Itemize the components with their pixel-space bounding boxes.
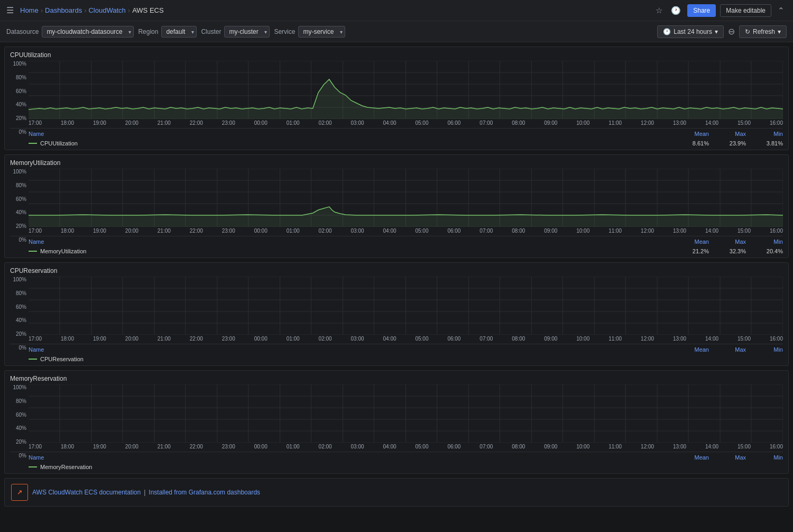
datasource-select[interactable]: my-cloudwatch-datasource: [42, 26, 134, 38]
cpu-utilization-panel: CPUUtilization 100% 80% 60% 40% 20% 0%: [4, 47, 789, 150]
memory-legend-mean-header: Mean: [683, 239, 709, 245]
memory-reservation-chart: 100% 80% 60% 40% 20% 0%: [10, 384, 783, 471]
cpu-res-legend-stats: Mean Max Min: [683, 346, 783, 353]
cpu-metric-name: CPUUtilization: [40, 140, 683, 146]
make-editable-button[interactable]: Make editable: [720, 4, 771, 17]
mem-res-legend-name-header: Name: [29, 454, 683, 461]
cluster-select-wrap: my-cluster: [224, 26, 270, 38]
cpu-metric-mean: 8.61%: [683, 140, 709, 146]
breadcrumb-cloudwatch[interactable]: CloudWatch: [88, 6, 125, 14]
cpu-legend-mean-header: Mean: [683, 131, 709, 137]
breadcrumb-sep-2: ›: [84, 6, 86, 14]
refresh-label: Refresh: [753, 28, 775, 35]
mem-res-legend-stats: Mean Max Min: [683, 454, 783, 461]
cluster-label: Cluster: [201, 28, 221, 35]
main-content: CPUUtilization 100% 80% 60% 40% 20% 0%: [0, 42, 793, 511]
region-filter: Region default: [138, 26, 197, 38]
graph-icon: ↗: [17, 489, 22, 496]
cpu-res-legend-row: CPUReservation: [10, 355, 783, 363]
memory-metric-mean: 21.2%: [683, 248, 709, 254]
cpu-reservation-panel: CPUReservation 100% 80% 60% 40% 20% 0%: [4, 262, 789, 366]
cluster-select[interactable]: my-cluster: [224, 26, 270, 38]
memory-chart-area: [29, 169, 783, 227]
cpu-legend-header: Name Mean Max Min: [10, 128, 783, 139]
doc-link-1[interactable]: AWS CloudWatch ECS documentation: [32, 489, 141, 496]
region-select-wrap: default: [161, 26, 197, 38]
cpu-res-legend-min-header: Min: [757, 346, 783, 353]
cluster-filter: Cluster my-cluster: [201, 26, 270, 38]
filter-bar-right: 🕐 Last 24 hours ▾ ⊖ ↻ Refresh ▾: [657, 25, 787, 38]
memory-reservation-body: 100% 80% 60% 40% 20% 0%: [5, 384, 788, 473]
cpu-res-y-labels: 100% 80% 60% 40% 20% 0%: [10, 277, 29, 351]
cpu-y-labels: 100% 80% 60% 40% 20% 0%: [10, 61, 29, 135]
region-label: Region: [138, 28, 158, 35]
datasource-select-wrap: my-cloudwatch-datasource: [42, 26, 134, 38]
cpu-series-color: [29, 143, 37, 144]
cpu-res-legend-header: Name Mean Max Min: [10, 344, 783, 355]
service-filter: Service my-service: [274, 26, 345, 38]
memory-metric-max: 32.3%: [720, 248, 746, 254]
memory-utilization-title: MemoryUtilization: [5, 155, 788, 169]
mem-res-y-labels: 100% 80% 60% 40% 20% 0%: [10, 384, 29, 458]
cpu-res-series-color: [29, 359, 37, 360]
memory-x-labels: 17:00 18:00 19:00 20:00 21:00 22:00 23:0…: [29, 227, 783, 235]
zoom-out-icon[interactable]: ⊖: [728, 26, 735, 36]
memory-reservation-panel: MemoryReservation 100% 80% 60% 40% 20% 0…: [4, 370, 789, 474]
breadcrumb-home[interactable]: Home: [20, 6, 39, 14]
mem-res-legend-min-header: Min: [757, 454, 783, 461]
region-select[interactable]: default: [161, 26, 197, 38]
cpu-legend-row: CPUUtilization 8.61% 23.9% 3.81%: [10, 139, 783, 148]
mem-res-series-color: [29, 466, 37, 467]
documentation-panel: ↗ AWS CloudWatch ECS documentation | Ins…: [4, 478, 789, 507]
breadcrumb: Home › Dashboards › CloudWatch › AWS ECS: [20, 6, 164, 14]
memory-y-labels: 100% 80% 60% 40% 20% 0%: [10, 169, 29, 243]
breadcrumb-sep-1: ›: [41, 6, 43, 14]
refresh-button[interactable]: ↻ Refresh ▾: [739, 25, 787, 38]
cpu-utilization-title: CPUUtilization: [5, 47, 788, 61]
history-icon[interactable]: 🕐: [669, 4, 683, 17]
doc-sep: |: [144, 489, 145, 496]
memory-legend-values: 21.2% 32.3% 20.4%: [683, 248, 783, 254]
breadcrumb-sep-3: ›: [128, 6, 130, 14]
breadcrumb-current: AWS ECS: [132, 6, 163, 14]
memory-utilization-body: 100% 80% 60% 40% 20% 0%: [5, 169, 788, 258]
memory-legend-max-header: Max: [720, 239, 746, 245]
share-button[interactable]: Share: [687, 4, 716, 17]
mem-res-chart-area: [29, 384, 783, 443]
service-select[interactable]: my-service: [298, 26, 345, 38]
mem-res-legend-mean-header: Mean: [683, 454, 709, 461]
mem-res-legend-max-header: Max: [720, 454, 746, 461]
cpu-metric-max: 23.9%: [720, 140, 746, 146]
time-range-label: Last 24 hours: [674, 28, 712, 35]
cpu-reservation-body: 100% 80% 60% 40% 20% 0%: [5, 277, 788, 365]
cpu-x-labels: 17:00 18:00 19:00 20:00 21:00 22:00 23:0…: [29, 119, 783, 127]
memory-legend-header: Name Mean Max Min: [10, 236, 783, 247]
memory-utilization-chart: 100% 80% 60% 40% 20% 0%: [10, 169, 783, 255]
chevron-down-icon: ▾: [715, 28, 718, 35]
doc-link-2[interactable]: Installed from Grafana.com dashboards: [149, 489, 260, 496]
time-range-button[interactable]: 🕐 Last 24 hours ▾: [657, 25, 724, 38]
memory-legend-min-header: Min: [757, 239, 783, 245]
star-icon[interactable]: ☆: [653, 4, 665, 17]
cpu-metric-min: 3.81%: [757, 140, 783, 146]
breadcrumb-dashboards[interactable]: Dashboards: [45, 6, 82, 14]
cpu-utilization-body: 100% 80% 60% 40% 20% 0%: [5, 61, 788, 150]
service-label: Service: [274, 28, 295, 35]
mem-res-chart-svg: [29, 384, 783, 443]
memory-legend-row: MemoryUtilization 21.2% 32.3% 20.4%: [10, 247, 783, 255]
filter-bar: Datasource my-cloudwatch-datasource Regi…: [0, 21, 793, 42]
memory-utilization-panel: MemoryUtilization 100% 80% 60% 40% 20% 0…: [4, 154, 789, 258]
clock-icon: 🕐: [663, 28, 671, 35]
memory-metric-min: 20.4%: [757, 248, 783, 254]
service-select-wrap: my-service: [298, 26, 345, 38]
menu-icon[interactable]: ☰: [6, 5, 14, 15]
mem-res-x-labels: 17:00 18:00 19:00 20:00 21:00 22:00 23:0…: [29, 443, 783, 451]
chevron-up-icon[interactable]: ⌃: [776, 4, 787, 17]
memory-reservation-title: MemoryReservation: [5, 371, 788, 384]
mem-res-metric-name: MemoryReservation: [40, 464, 683, 470]
cpu-reservation-title: CPUReservation: [5, 263, 788, 277]
cpu-reservation-chart: 100% 80% 60% 40% 20% 0%: [10, 277, 783, 363]
memory-metric-name: MemoryUtilization: [40, 248, 683, 254]
cpu-res-chart-svg: [29, 277, 783, 335]
cpu-legend-values: 8.61% 23.9% 3.81%: [683, 140, 783, 146]
